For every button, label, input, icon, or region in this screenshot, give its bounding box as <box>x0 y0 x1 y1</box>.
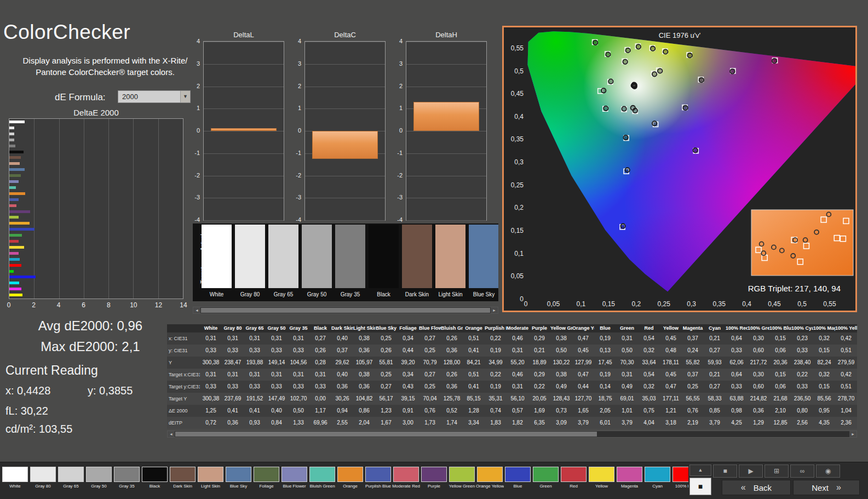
palette-swatch[interactable] <box>114 467 140 482</box>
palette-item[interactable]: Dark Skin <box>169 464 197 489</box>
x-tick-label: 0,25 <box>658 300 671 308</box>
chevron-down-icon[interactable]: ▼ <box>180 91 190 102</box>
palette-swatch[interactable] <box>226 467 251 482</box>
scrollbar-thumb[interactable] <box>175 432 597 437</box>
table-cell: 0,41 <box>463 345 485 357</box>
pattern-button[interactable]: ⊞ <box>764 464 789 478</box>
palette-swatch[interactable] <box>505 467 531 482</box>
palette-item[interactable]: Gray 50 <box>85 464 113 489</box>
profile-button[interactable]: ◉ <box>816 464 840 478</box>
table-row: Target y:CIE310,330,330,330,330,330,330,… <box>167 381 857 393</box>
palette-item[interactable]: Blue <box>504 464 532 489</box>
palette-item[interactable]: Gray 80 <box>29 464 57 489</box>
palette-swatch[interactable] <box>254 467 279 482</box>
palette-swatch[interactable] <box>477 467 503 482</box>
table-cell: 191,52 <box>244 393 266 405</box>
palette-swatch[interactable] <box>309 467 335 482</box>
column-header: Yellow Green <box>550 324 572 332</box>
back-button[interactable]: « Back <box>722 480 791 495</box>
gridline <box>204 198 284 198</box>
deltaH-chart: DeltaH 43210-1-2-3-4 <box>406 31 487 228</box>
table-cell: 0,31 <box>616 369 638 381</box>
scroll-right-icon[interactable]: ► <box>491 307 498 313</box>
loop-button[interactable]: ∞ <box>790 464 814 478</box>
palette-item[interactable]: Purplish Blue <box>364 464 392 489</box>
palette-item[interactable]: Orange <box>336 464 364 489</box>
row-label: x: CIE31 <box>167 332 200 345</box>
palette-item[interactable]: Yellow Green <box>448 464 476 489</box>
palette-swatch[interactable] <box>198 467 223 482</box>
palette-swatch[interactable] <box>589 467 614 482</box>
palette-item[interactable]: Gray 65 <box>57 464 85 489</box>
palette-swatch[interactable] <box>142 467 168 482</box>
palette-item[interactable]: Bluish Green <box>308 464 336 489</box>
swatch-scrollbar[interactable]: ◄ ► <box>193 307 498 314</box>
palette-swatch[interactable] <box>672 467 688 482</box>
palette-item[interactable]: 100% Red <box>671 464 688 489</box>
column-header: Blue Flower <box>419 324 441 332</box>
palette-swatch[interactable] <box>365 467 391 482</box>
colorchecker-app: ColorChecker Display analysis is perform… <box>0 0 868 499</box>
table-cell: 0,64 <box>726 369 748 381</box>
table-scrollbar[interactable]: ◄ ► <box>167 431 857 438</box>
scrollbar-thumb[interactable] <box>201 308 490 313</box>
palette-item[interactable]: Red <box>560 464 588 489</box>
palette-swatch[interactable] <box>449 467 475 482</box>
table-cell: 1,21 <box>660 405 682 417</box>
palette-swatch[interactable] <box>58 467 84 482</box>
palette-item[interactable]: Blue Sky <box>225 464 252 489</box>
collapse-button[interactable]: ▲ <box>689 464 711 476</box>
palette-swatch[interactable] <box>86 467 112 482</box>
target-swatch <box>469 256 498 288</box>
palette-item[interactable]: Magenta <box>616 464 643 489</box>
palette-swatch[interactable] <box>617 467 642 482</box>
palette-item[interactable]: Orange Yellow <box>476 464 504 489</box>
palette-swatch[interactable] <box>645 467 670 482</box>
y-tick-label: 0,45 <box>511 90 524 97</box>
play-button[interactable]: ▶ <box>739 464 763 478</box>
palette-swatch[interactable] <box>2 467 28 482</box>
table-cell: 0,51 <box>463 369 485 381</box>
table-cell: 0,27 <box>309 332 331 345</box>
palette-swatch[interactable] <box>561 467 587 482</box>
scroll-right-icon[interactable]: ► <box>849 431 856 437</box>
stop-button[interactable]: ■ <box>713 464 737 478</box>
palette-swatch[interactable] <box>393 467 419 482</box>
pattern-window-icon: ■ <box>698 482 703 491</box>
table-cell: 0,31 <box>266 369 288 381</box>
table-cell: 1,69 <box>528 405 550 417</box>
x-tick-label: 0,3 <box>687 300 696 308</box>
palette-item[interactable]: Blue Flower <box>280 464 308 489</box>
table-cell: 0,84 <box>266 417 288 429</box>
palette-swatch[interactable] <box>421 467 447 482</box>
palette-swatch[interactable] <box>533 467 559 482</box>
deltae-bar <box>9 180 19 183</box>
palette-item[interactable]: Gray 35 <box>113 464 141 489</box>
palette-item[interactable]: Cyan <box>643 464 671 489</box>
palette-swatch[interactable] <box>30 467 56 482</box>
scroll-left-icon[interactable]: ◄ <box>168 431 175 437</box>
table-cell: 2,56 <box>791 417 813 429</box>
palette-item[interactable]: Moderate Red <box>392 464 420 489</box>
table-cell: 0,31 <box>507 381 528 393</box>
palette-label: Black <box>141 484 169 489</box>
palette-swatch[interactable] <box>281 467 307 482</box>
palette-item[interactable]: Foliage <box>252 464 280 489</box>
palette-item[interactable]: Light Skin <box>197 464 225 489</box>
table-cell: 214,82 <box>748 393 769 405</box>
next-button-label: Next <box>812 483 829 492</box>
palette-swatch[interactable] <box>337 467 363 482</box>
next-button[interactable]: Next » <box>793 480 860 495</box>
de-formula-select[interactable]: 2000 ▼ <box>118 90 191 103</box>
scroll-left-icon[interactable]: ◄ <box>193 307 200 313</box>
palette-item[interactable]: Green <box>532 464 560 489</box>
table-cell: 0,33 <box>266 345 288 357</box>
palette-item[interactable]: Purple <box>420 464 448 489</box>
gridline <box>133 119 134 299</box>
palette-item[interactable]: Yellow <box>588 464 616 489</box>
palette-swatch[interactable] <box>170 467 196 482</box>
palette-item[interactable]: White <box>1 464 29 489</box>
y-tick-label: 2 <box>290 83 301 89</box>
palette-item[interactable]: Black <box>141 464 169 489</box>
pattern-window-button[interactable]: ■ <box>689 478 711 495</box>
